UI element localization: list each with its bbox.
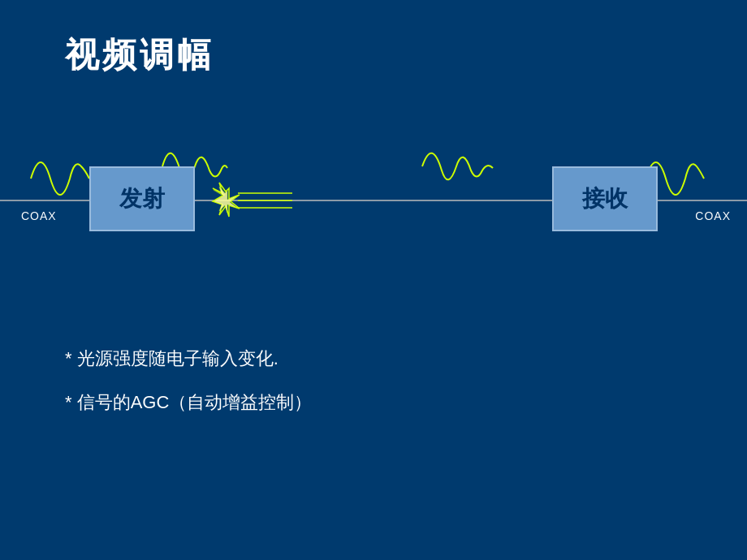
diagram: 发射 接收 COAX COAX bbox=[0, 122, 747, 284]
bullet-2: * 信号的AGC（自动增益控制） bbox=[65, 385, 312, 420]
receiver-label: 接收 bbox=[582, 183, 628, 214]
receiver-box: 接收 bbox=[552, 166, 658, 231]
transmitter-label: 发射 bbox=[119, 183, 165, 214]
coax-left-label: COAX bbox=[21, 209, 57, 222]
coax-right-label: COAX bbox=[695, 209, 731, 222]
slide: 视频调幅 发射 bbox=[0, 0, 747, 560]
svg-marker-5 bbox=[214, 187, 237, 213]
slide-title: 视频调幅 bbox=[65, 32, 214, 78]
svg-marker-4 bbox=[213, 183, 240, 217]
bullets-section: * 光源强度随电子输入变化. * 信号的AGC（自动增益控制） bbox=[65, 341, 312, 429]
transmitter-box: 发射 bbox=[89, 166, 195, 231]
bullet-1: * 光源强度随电子输入变化. bbox=[65, 341, 312, 377]
